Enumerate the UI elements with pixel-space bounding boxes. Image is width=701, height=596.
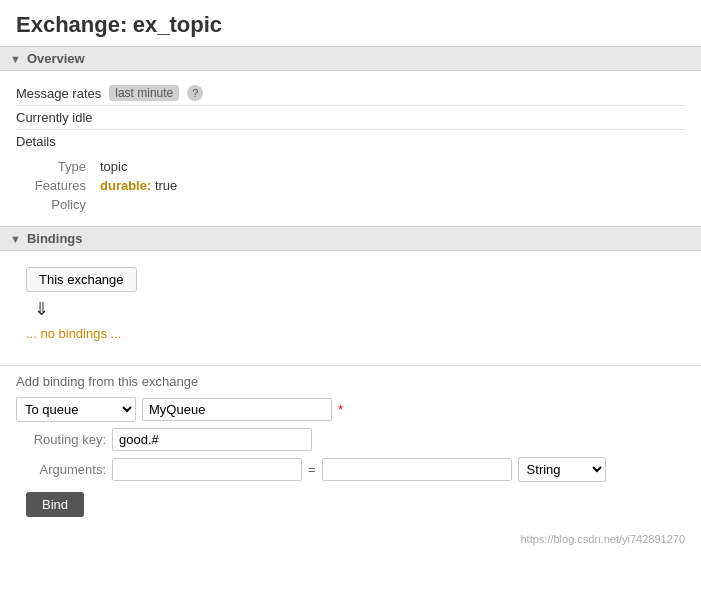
arguments-row: Arguments: = String Number Boolean List … xyxy=(16,457,685,482)
routing-key-row: Routing key: xyxy=(16,428,685,451)
string-type-select[interactable]: String Number Boolean List Dictionary xyxy=(518,457,606,482)
durable-value: true xyxy=(155,178,177,193)
help-icon[interactable]: ? xyxy=(187,85,203,101)
title-value: ex_topic xyxy=(133,12,222,37)
add-binding-title: Add binding from this exchange xyxy=(16,374,685,389)
this-exchange-button[interactable]: This exchange xyxy=(26,267,137,292)
down-arrow: ⇓ xyxy=(16,296,685,322)
overview-section-header[interactable]: ▼ Overview xyxy=(0,46,701,71)
details-table: Type topic Features durable: true Policy xyxy=(16,157,685,214)
add-binding-section: Add binding from this exchange To queue … xyxy=(0,365,701,525)
policy-key: Policy xyxy=(16,195,96,214)
features-value: durable: true xyxy=(96,176,685,195)
no-bindings-label: ... no bindings ... xyxy=(16,322,685,349)
routing-key-input[interactable] xyxy=(112,428,312,451)
equals-sign: = xyxy=(308,462,316,477)
durable-key: durable: xyxy=(100,178,151,193)
arguments-val-input[interactable] xyxy=(322,458,512,481)
last-minute-badge[interactable]: last minute xyxy=(109,85,179,101)
currently-idle-label: Currently idle xyxy=(16,106,685,130)
arguments-label: Arguments: xyxy=(16,462,106,477)
page-title: Exchange: ex_topic xyxy=(0,0,701,46)
type-value: topic xyxy=(96,157,685,176)
details-features-row: Features durable: true xyxy=(16,176,685,195)
title-label: Exchange: xyxy=(16,12,127,37)
required-star: * xyxy=(338,402,343,417)
details-label: Details xyxy=(16,130,685,153)
to-queue-row: To queue To exchange * xyxy=(16,397,685,422)
bind-button[interactable]: Bind xyxy=(26,492,84,517)
bindings-collapse-arrow[interactable]: ▼ xyxy=(10,233,21,245)
queue-name-input[interactable] xyxy=(142,398,332,421)
policy-value xyxy=(96,195,685,214)
overview-collapse-arrow[interactable]: ▼ xyxy=(10,53,21,65)
details-policy-row: Policy xyxy=(16,195,685,214)
message-rates-label: Message rates xyxy=(16,86,101,101)
footer-url: https://blog.csdn.net/yi742891270 xyxy=(0,529,701,549)
routing-key-label: Routing key: xyxy=(16,432,106,447)
bindings-body: This exchange ⇓ ... no bindings ... xyxy=(0,251,701,357)
bindings-section-header[interactable]: ▼ Bindings xyxy=(0,226,701,251)
overview-header-label: Overview xyxy=(27,51,85,66)
details-type-row: Type topic xyxy=(16,157,685,176)
arguments-key-input[interactable] xyxy=(112,458,302,481)
overview-body: Message rates last minute ? Currently id… xyxy=(0,71,701,226)
features-key: Features xyxy=(16,176,96,195)
to-queue-select[interactable]: To queue To exchange xyxy=(16,397,136,422)
type-key: Type xyxy=(16,157,96,176)
message-rates-row: Message rates last minute ? xyxy=(16,79,685,106)
bindings-header-label: Bindings xyxy=(27,231,83,246)
